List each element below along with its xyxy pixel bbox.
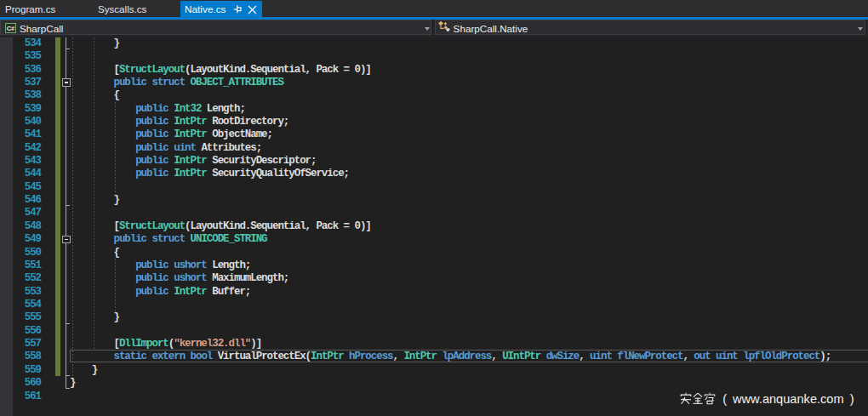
svg-text:C#: C#: [6, 25, 14, 32]
